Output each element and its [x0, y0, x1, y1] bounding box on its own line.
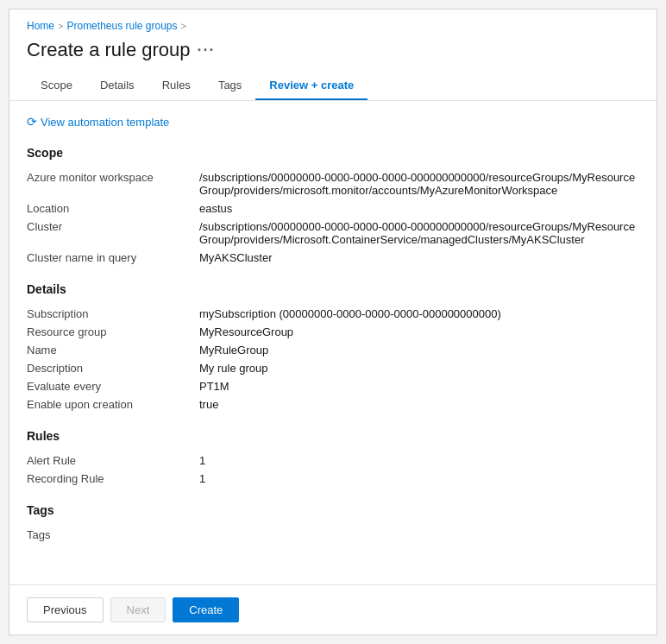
field-label: Evaluate every — [27, 377, 199, 395]
tags-section-title: Tags — [27, 503, 639, 517]
table-row: Location eastus — [27, 199, 639, 218]
field-label: Azure monitor workspace — [27, 168, 199, 199]
table-row: Tags — [27, 526, 639, 544]
field-value: MyAKSCluster — [199, 249, 639, 267]
tab-rules[interactable]: Rules — [148, 72, 204, 100]
view-automation-template-link[interactable]: ⟳ View automation template — [27, 115, 639, 129]
field-value: PT1M — [199, 377, 639, 395]
rules-table: Alert Rule 1 Recording Rule 1 — [27, 451, 639, 488]
details-section-title: Details — [27, 282, 639, 296]
breadcrumb-sep-1: > — [58, 21, 63, 31]
field-value: MyResourceGroup — [199, 323, 639, 341]
field-value: true — [199, 395, 639, 414]
details-table: Subscription mySubscription (00000000-00… — [27, 305, 639, 414]
tab-details[interactable]: Details — [86, 72, 148, 100]
breadcrumb: Home > Prometheus rule groups > — [9, 9, 657, 35]
field-label: Subscription — [27, 305, 199, 323]
scope-section-title: Scope — [27, 146, 639, 160]
table-row: Resource group MyResourceGroup — [27, 323, 639, 341]
page-header: Create a rule group ··· — [9, 35, 657, 72]
table-row: Cluster name in query MyAKSCluster — [27, 249, 639, 267]
breadcrumb-home[interactable]: Home — [27, 20, 54, 32]
field-value: /subscriptions/00000000-0000-0000-0000-0… — [199, 168, 639, 199]
page-title: Create a rule group — [27, 39, 191, 61]
field-label: Recording Rule — [27, 470, 199, 488]
scope-table: Azure monitor workspace /subscriptions/0… — [27, 168, 639, 267]
field-value: 1 — [199, 451, 639, 470]
tab-review-create[interactable]: Review + create — [255, 72, 368, 100]
table-row: Recording Rule 1 — [27, 470, 639, 488]
table-row: Description My rule group — [27, 359, 639, 377]
rules-section: Rules Alert Rule 1 Recording Rule 1 — [27, 429, 639, 488]
field-label: Alert Rule — [27, 451, 199, 470]
field-label: Cluster name in query — [27, 249, 199, 267]
more-options-icon[interactable]: ··· — [198, 41, 216, 60]
field-label: Tags — [27, 526, 199, 544]
previous-button[interactable]: Previous — [27, 597, 104, 622]
table-row: Name MyRuleGroup — [27, 341, 639, 359]
tab-scope[interactable]: Scope — [27, 72, 86, 100]
table-row: Subscription mySubscription (00000000-00… — [27, 305, 639, 323]
footer: Previous Next Create — [9, 584, 657, 635]
next-button: Next — [110, 597, 166, 622]
field-value: My rule group — [199, 359, 639, 377]
table-row: Azure monitor workspace /subscriptions/0… — [27, 168, 639, 199]
tags-table: Tags — [27, 526, 639, 544]
field-label: Resource group — [27, 323, 199, 341]
breadcrumb-sep-2: > — [181, 21, 186, 31]
table-row: Evaluate every PT1M — [27, 377, 639, 395]
field-label: Enable upon creation — [27, 395, 199, 414]
field-value: /subscriptions/00000000-0000-0000-0000-0… — [199, 218, 639, 249]
create-button[interactable]: Create — [173, 597, 239, 622]
details-section: Details Subscription mySubscription (000… — [27, 282, 639, 414]
field-value: eastus — [199, 199, 639, 218]
field-label: Location — [27, 199, 199, 218]
field-value: mySubscription (00000000-0000-0000-0000-… — [199, 305, 639, 323]
field-label: Description — [27, 359, 199, 377]
table-row: Enable upon creation true — [27, 395, 639, 414]
main-window: Home > Prometheus rule groups > Create a… — [9, 9, 657, 635]
field-value: 1 — [199, 470, 639, 488]
tab-bar: Scope Details Rules Tags Review + create — [9, 72, 657, 101]
tags-section: Tags Tags — [27, 503, 639, 544]
breadcrumb-prometheus[interactable]: Prometheus rule groups — [66, 20, 177, 32]
field-label: Name — [27, 341, 199, 359]
table-row: Cluster /subscriptions/00000000-0000-000… — [27, 218, 639, 249]
table-row: Alert Rule 1 — [27, 451, 639, 470]
rules-section-title: Rules — [27, 429, 639, 443]
automation-link-label: View automation template — [41, 116, 169, 129]
field-value — [199, 526, 639, 544]
tab-tags[interactable]: Tags — [204, 72, 255, 100]
scope-section: Scope Azure monitor workspace /subscript… — [27, 146, 639, 267]
automation-icon: ⟳ — [27, 115, 37, 129]
field-value: MyRuleGroup — [199, 341, 639, 359]
field-label: Cluster — [27, 218, 199, 249]
main-content: ⟳ View automation template Scope Azure m… — [9, 101, 657, 584]
